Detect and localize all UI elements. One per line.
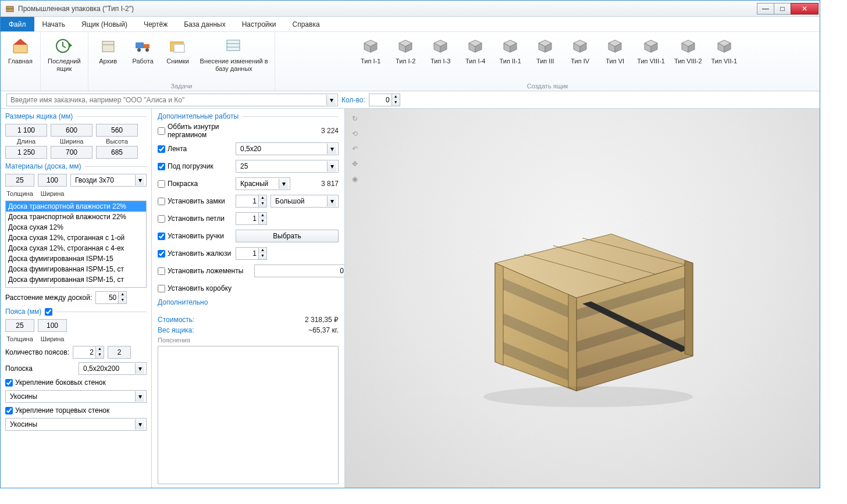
archive-icon xyxy=(98,35,119,56)
customer-combo[interactable]: ▾ xyxy=(6,94,338,106)
close-button[interactable]: ✕ xyxy=(791,3,818,15)
belts-toggle[interactable] xyxy=(45,308,52,316)
hinges-spinner[interactable]: ▲▼ xyxy=(236,212,267,225)
ribbon-archive[interactable]: Архив xyxy=(92,34,124,81)
menu-file[interactable]: Файл xyxy=(1,17,34,31)
lodgement-check[interactable]: Установить ложементы xyxy=(158,267,251,275)
menu-db[interactable]: База данных xyxy=(176,17,233,31)
reinforce-end-check[interactable]: Укрепление торцевых стенок xyxy=(5,406,147,414)
svg-rect-13 xyxy=(227,40,240,51)
menu-start[interactable]: Начать xyxy=(34,17,74,31)
lodgement-input[interactable] xyxy=(254,264,345,277)
ribbon-lastbox[interactable]: Последний ящик xyxy=(44,34,84,81)
length-inner[interactable] xyxy=(5,124,47,137)
belt-thickness[interactable] xyxy=(5,319,34,332)
chevron-down-icon[interactable]: ▾ xyxy=(326,95,336,105)
width-outer[interactable] xyxy=(51,146,92,159)
end-reinf-combo[interactable]: Укосины▾ xyxy=(5,418,147,431)
menu-help[interactable]: Справка xyxy=(284,17,328,31)
ribbon-type-10[interactable]: Тип VII-1 xyxy=(708,34,741,81)
handles-select-button[interactable]: Выбрать xyxy=(236,230,339,242)
menu-settings[interactable]: Настройки xyxy=(234,17,284,31)
belt-count-1[interactable]: ▲▼ xyxy=(73,346,104,359)
material-list-item[interactable]: Доска фумигированная ISPM-15 xyxy=(6,253,146,264)
ribbon-work[interactable]: Работа xyxy=(127,34,159,81)
height-inner[interactable] xyxy=(96,124,138,137)
strip-combo[interactable]: 0,5x20x200▾ xyxy=(79,362,147,375)
left-pane: Размеры ящика (мм) Длина Ширина Высота М… xyxy=(1,109,152,488)
material-list[interactable]: Доска транспортной влажности 22%Доска тр… xyxy=(5,201,147,288)
ribbon-dbchanges[interactable]: Внесение изменений в базу данных xyxy=(197,34,272,81)
svg-rect-8 xyxy=(144,44,150,48)
move-icon[interactable]: ✥ xyxy=(348,158,361,170)
ribbon-type-4[interactable]: Тип II-1 xyxy=(494,34,526,81)
height-outer[interactable] xyxy=(96,146,138,159)
material-list-item[interactable]: Доска транспортной влажности 22% xyxy=(6,201,146,212)
minimize-button[interactable]: — xyxy=(757,3,774,15)
material-list-item[interactable]: Доска фумигированная ISPM-15, ст xyxy=(6,274,146,285)
undo-icon[interactable]: ↶ xyxy=(348,142,361,155)
redo-icon[interactable]: ↻ xyxy=(348,112,361,125)
ribbon-type-5[interactable]: Тип III xyxy=(529,34,561,81)
ribbon-home[interactable]: Главная xyxy=(4,34,37,81)
jalousie-spinner[interactable]: ▲▼ xyxy=(236,247,267,260)
jalousie-check[interactable]: Установить жалюзи xyxy=(158,249,232,258)
locks-spinner[interactable]: ▲▼ xyxy=(236,195,267,208)
material-list-item[interactable]: Доска транспортной влажности 22% xyxy=(6,212,146,222)
belt-width[interactable] xyxy=(38,319,67,332)
ribbon-snapshots[interactable]: Снимки xyxy=(162,34,194,81)
crate-type-icon xyxy=(570,35,590,56)
ribbon: Главная Последний ящик Архив Рабо xyxy=(1,32,820,91)
reinforce-side-check[interactable]: Укрепление боковых стенок xyxy=(5,378,147,387)
lock-size-combo[interactable]: Большой▾ xyxy=(271,195,339,208)
hinges-check[interactable]: Установить петли xyxy=(158,215,232,223)
board-thickness[interactable] xyxy=(5,174,34,187)
customer-input[interactable] xyxy=(9,95,326,105)
db-edit-icon xyxy=(223,35,244,56)
ribbon-type-9[interactable]: Тип VIII-2 xyxy=(671,34,706,81)
maximize-button[interactable]: □ xyxy=(774,3,791,15)
ribbon-type-1[interactable]: Тип I-2 xyxy=(389,34,422,81)
paint-check[interactable]: Покраска xyxy=(158,180,232,188)
ribbon-type-0[interactable]: Тип I-1 xyxy=(354,34,387,81)
ribbon-type-8[interactable]: Тип VIII-1 xyxy=(634,34,668,81)
notes-textarea[interactable] xyxy=(158,346,339,484)
crate-type-icon xyxy=(604,35,625,56)
refresh-icon[interactable]: ⟲ xyxy=(348,127,361,140)
side-reinf-combo[interactable]: Укосины▾ xyxy=(5,390,147,403)
belt-count-2[interactable] xyxy=(108,346,131,359)
width-inner[interactable] xyxy=(51,124,92,137)
nails-combo[interactable]: Гвозди 3x70▾ xyxy=(70,174,147,187)
ribbon-type-3[interactable]: Тип I-4 xyxy=(459,34,492,81)
handles-check[interactable]: Установить ручки xyxy=(158,232,232,240)
svg-marker-64 xyxy=(568,295,576,391)
forklift-combo[interactable]: 25▾ xyxy=(236,160,339,173)
material-list-item[interactable]: Доска сухая 12%, строганная с 4-ех xyxy=(6,243,146,253)
tape-check[interactable]: Лента xyxy=(158,145,232,153)
length-outer[interactable] xyxy=(5,146,47,159)
svg-rect-12 xyxy=(174,44,184,52)
menu-drawing[interactable]: Чертёж xyxy=(136,17,176,31)
material-list-item[interactable]: Доска сухая 12%, строганная с 1-ой xyxy=(6,233,146,243)
menu-box[interactable]: Ящик (Новый) xyxy=(73,17,136,31)
cost-value: 2 318,35 ₽ xyxy=(305,316,339,324)
ribbon-type-7[interactable]: Тип VI xyxy=(599,34,631,81)
qty-spinner[interactable]: ▲▼ xyxy=(369,94,400,106)
ribbon-type-2[interactable]: Тип I-3 xyxy=(424,34,457,81)
forklift-check[interactable]: Под погрузчик xyxy=(158,162,232,170)
paint-color-combo[interactable]: Красный▾ xyxy=(236,177,290,190)
gap-spinner[interactable]: ▲▼ xyxy=(95,291,127,304)
ribbon-type-6[interactable]: Тип IV xyxy=(564,34,596,81)
crate-type-icon xyxy=(500,35,521,56)
material-list-item[interactable]: Доска сухая 12% xyxy=(6,222,146,233)
board-width[interactable] xyxy=(38,174,67,187)
innerbox-check[interactable]: Установить коробку xyxy=(158,284,232,292)
paint-cost: 3 817 xyxy=(321,180,339,188)
3d-viewport[interactable]: ↻ ⟲ ↶ ✥ ◉ xyxy=(345,109,820,488)
material-list-item[interactable]: Доска фумигированная ISPM-15, ст xyxy=(6,264,146,274)
camera-icon[interactable]: ◉ xyxy=(348,173,361,185)
locks-check[interactable]: Установить замки xyxy=(158,197,232,205)
pergamin-check[interactable]: Оббить изнутри пергамином xyxy=(158,123,232,139)
tape-combo[interactable]: 0,5x20▾ xyxy=(236,142,339,155)
crate-type-icon xyxy=(430,35,451,56)
